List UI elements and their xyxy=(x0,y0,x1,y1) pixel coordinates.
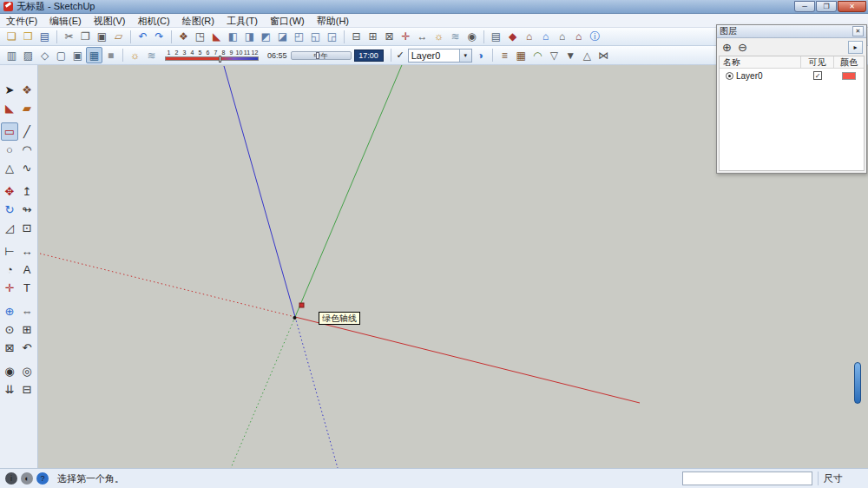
remove-layer-button[interactable]: ⊖ xyxy=(736,41,749,54)
materials-browser-button[interactable]: ◆ xyxy=(504,29,521,45)
from-scratch-button[interactable]: ▦ xyxy=(513,47,529,63)
shadows-toggle-button[interactable]: ☼ xyxy=(431,29,447,45)
solid-subtract-button[interactable]: ◪ xyxy=(274,29,291,45)
date-slider-thumb[interactable] xyxy=(219,56,221,63)
eraser-tool-button[interactable]: ▰ xyxy=(18,99,36,117)
section-plane-button[interactable]: ⊟ xyxy=(348,29,365,45)
paste-button[interactable]: ▣ xyxy=(94,29,110,45)
vertical-slider-thumb[interactable] xyxy=(854,362,861,404)
display-section-cuts-button[interactable]: ⊠ xyxy=(381,29,398,45)
position-camera-tool-button[interactable]: ◉ xyxy=(1,362,18,380)
titlebar[interactable]: 无标题 - SketchUp ─ ❐ ✕ xyxy=(0,0,868,14)
push-pull-tool-button[interactable]: ↥ xyxy=(18,182,36,201)
copy-button[interactable]: ❐ xyxy=(77,29,94,45)
menu-file[interactable]: 文件(F) xyxy=(0,14,43,28)
erase-button[interactable]: ▱ xyxy=(110,29,127,45)
menu-draw[interactable]: 绘图(R) xyxy=(176,14,220,28)
geolocation-icon[interactable]: i xyxy=(5,472,17,485)
maximize-button[interactable]: ❐ xyxy=(816,1,837,12)
paint-bucket-tool-button[interactable]: ◣ xyxy=(1,99,18,117)
column-header-visible[interactable]: 可见 xyxy=(801,56,834,68)
cut-button[interactable]: ✂ xyxy=(61,29,77,45)
xray-mode-button[interactable]: ▥ xyxy=(3,47,20,63)
layer-row[interactable]: Layer0 ✓ xyxy=(720,69,864,82)
paint-bucket-button[interactable]: ◣ xyxy=(208,29,225,45)
solid-split-button[interactable]: ◱ xyxy=(307,29,324,45)
offset-tool-button[interactable]: ⊡ xyxy=(18,219,36,237)
active-layer-radio[interactable] xyxy=(726,72,733,80)
layer-details-button[interactable]: ▸ xyxy=(848,41,863,54)
time-slider-track[interactable]: 中午 xyxy=(291,51,352,60)
previous-view-tool-button[interactable]: ↶ xyxy=(18,339,36,357)
wireframe-button[interactable]: ◇ xyxy=(36,47,53,63)
shaded-textures-button[interactable]: ▦ xyxy=(86,47,102,63)
select-tool-button[interactable]: ➤ xyxy=(1,81,18,99)
stamp-button[interactable]: ▽ xyxy=(546,47,562,63)
close-button[interactable]: ✕ xyxy=(838,1,866,12)
move-tool-button[interactable]: ✥ xyxy=(1,182,18,201)
line-tool-button[interactable]: ╱ xyxy=(18,122,36,141)
column-header-name[interactable]: 名称 xyxy=(720,56,801,68)
flip-edge-button[interactable]: ⋈ xyxy=(595,47,612,63)
make-component-button[interactable]: ❖ xyxy=(175,29,192,45)
menu-help[interactable]: 帮助(H) xyxy=(311,14,355,28)
freehand-tool-button[interactable]: ∿ xyxy=(18,159,36,177)
menu-camera[interactable]: 相机(C) xyxy=(131,14,175,28)
orbit-tool-button[interactable]: ⊕ xyxy=(1,302,18,320)
layers-panel-titlebar[interactable]: 图层 ✕ xyxy=(717,25,866,38)
save-button[interactable]: ▤ xyxy=(36,29,53,45)
rotate-tool-button[interactable]: ↻ xyxy=(1,201,18,219)
menu-window[interactable]: 窗口(W) xyxy=(264,14,311,28)
solid-union-button[interactable]: ◩ xyxy=(258,29,274,45)
look-around-tool-button[interactable]: ◎ xyxy=(18,362,36,380)
tape-measure-tool-button[interactable]: ⊢ xyxy=(1,242,18,260)
dimension-tool-button[interactable]: ↔ xyxy=(18,242,36,260)
display-section-planes-button[interactable]: ⊞ xyxy=(365,29,381,45)
drape-button[interactable]: ▼ xyxy=(562,47,579,63)
shadow-dialog-button[interactable]: ☼ xyxy=(127,47,143,63)
fog-toggle-button[interactable]: ≋ xyxy=(447,29,464,45)
zoom-extents-tool-button[interactable]: ⊠ xyxy=(1,339,18,357)
panel-close-button[interactable]: ✕ xyxy=(852,26,864,36)
axes-tool-button[interactable]: ✛ xyxy=(1,279,18,297)
polygon-tool-button[interactable]: △ xyxy=(1,159,18,177)
text-tool-button[interactable]: A xyxy=(18,260,36,279)
undo-button[interactable]: ↶ xyxy=(135,29,151,45)
menu-tools[interactable]: 工具(T) xyxy=(220,14,264,28)
soften-edges-button[interactable]: ◲ xyxy=(324,29,340,45)
smoove-button[interactable]: ◠ xyxy=(529,47,546,63)
zoom-tool-button[interactable]: ⊙ xyxy=(1,320,18,339)
layer-visible-checkbox[interactable]: ✓ xyxy=(813,71,822,80)
section-plane-tool-button[interactable]: ⊟ xyxy=(18,380,36,399)
layer-color-swatch[interactable] xyxy=(842,72,856,80)
minimize-button[interactable]: ─ xyxy=(794,1,815,12)
extension-warehouse-button[interactable]: ⌂ xyxy=(570,29,587,45)
credits-icon[interactable]: ◐ xyxy=(21,472,33,485)
make-component-tool-button[interactable]: ❖ xyxy=(18,81,36,99)
hidden-line-button[interactable]: ▢ xyxy=(53,47,69,63)
outer-shell-button[interactable]: ◧ xyxy=(225,29,241,45)
time-slider-thumb[interactable] xyxy=(316,52,319,59)
redo-button[interactable]: ↷ xyxy=(151,29,168,45)
shadow-time-slider[interactable]: 06:55 中午 17:00 xyxy=(267,49,384,62)
from-contours-button[interactable]: ≡ xyxy=(496,47,513,63)
shaded-button[interactable]: ▣ xyxy=(69,47,86,63)
add-layer-button[interactable]: ⊕ xyxy=(720,41,733,54)
follow-me-tool-button[interactable]: ↬ xyxy=(18,201,36,219)
3d-text-tool-button[interactable]: T xyxy=(18,279,36,297)
axes-button[interactable]: ✛ xyxy=(398,29,414,45)
pan-tool-button[interactable]: ⇔ xyxy=(18,302,36,320)
dimensions-button[interactable]: ↔ xyxy=(414,29,431,45)
back-edges-button[interactable]: ▨ xyxy=(20,47,36,63)
open-button[interactable]: ❒ xyxy=(20,29,36,45)
walk-tool-button[interactable]: ⇊ xyxy=(1,380,18,399)
styles-browser-button[interactable]: ▤ xyxy=(488,29,504,45)
get-models-button[interactable]: ⌂ xyxy=(521,29,537,45)
menu-view[interactable]: 视图(V) xyxy=(88,14,132,28)
date-slider-track[interactable] xyxy=(165,56,259,61)
zoom-window-tool-button[interactable]: ⊞ xyxy=(18,320,36,339)
solid-trim-button[interactable]: ◰ xyxy=(291,29,307,45)
shadow-date-slider[interactable]: 123456789101112 xyxy=(165,49,259,61)
measurements-input[interactable] xyxy=(682,472,812,485)
menu-edit[interactable]: 编辑(E) xyxy=(43,14,88,28)
